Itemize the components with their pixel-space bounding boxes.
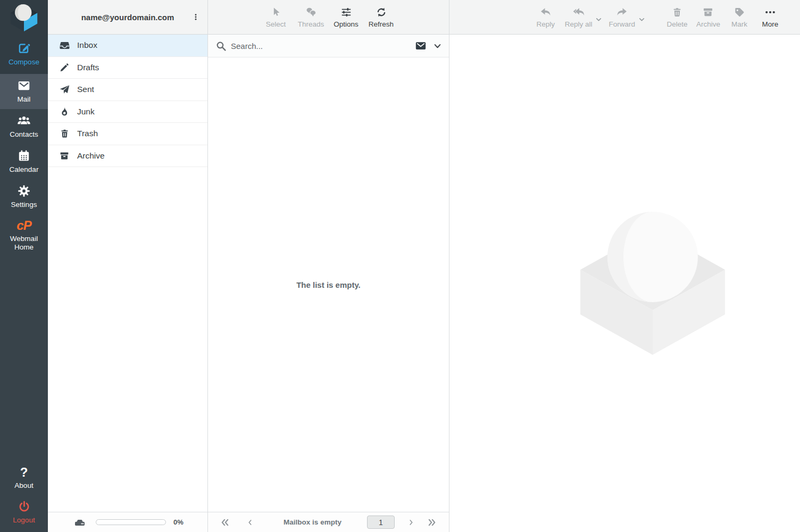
folder-pane: name@yourdomain.com Inbox [48, 0, 208, 532]
sidebar-item-label: About [14, 481, 33, 490]
reply-all-icon [572, 5, 586, 19]
page-number-button[interactable]: 1 [367, 516, 395, 529]
calendar-icon [17, 149, 31, 163]
folder-item-junk[interactable]: Junk [48, 101, 207, 123]
paper-plane-icon [59, 84, 70, 95]
question-icon: ? [20, 466, 28, 479]
reply-all-button[interactable]: Reply all [563, 4, 595, 29]
sidebar-item-label: Calendar [10, 165, 39, 174]
reply-all-chevron-down-icon[interactable] [595, 16, 602, 23]
gear-icon [17, 184, 31, 198]
message-content-pane: Reply Reply all [449, 0, 800, 532]
sidebar-item-label: Contacts [10, 130, 38, 139]
toolbar-button-label: Reply [536, 20, 555, 28]
refresh-icon [376, 5, 387, 19]
pager-right: 1 [367, 516, 441, 529]
message-content-body [449, 35, 800, 532]
toolbar-button-label: Mark [731, 20, 747, 28]
folder-options-kebab-icon[interactable] [188, 8, 203, 26]
trash-icon [59, 128, 70, 139]
chat-bubbles-icon [305, 5, 318, 19]
toolbar-button-label: Delete [666, 20, 687, 28]
message-list-body: The list is empty. [208, 57, 449, 512]
folder-label: Junk [77, 107, 95, 117]
taskbar-top-section: Compose [0, 0, 48, 74]
select-button[interactable]: Select [261, 4, 291, 29]
folder-label: Archive [77, 151, 105, 161]
sidebar-item-label: Mail [18, 95, 31, 104]
sidebar-item-label: Logout [13, 516, 35, 525]
list-toolbar: Select Threads [208, 0, 449, 35]
forward-button[interactable]: Forward [606, 4, 637, 29]
folder-item-inbox[interactable]: Inbox [48, 35, 207, 57]
compose-icon [17, 41, 31, 55]
sidebar-item-webmail-home[interactable]: cP Webmail Home [0, 214, 48, 257]
threads-button[interactable]: Threads [296, 4, 327, 29]
toolbar-button-label: More [762, 20, 779, 28]
archive-box-icon [59, 150, 70, 162]
webmail-app: Compose Mail [0, 0, 800, 532]
folder-item-trash[interactable]: Trash [48, 123, 207, 145]
cursor-icon [271, 5, 281, 19]
watermark-logo-icon [580, 212, 725, 355]
options-button[interactable]: Options [331, 4, 362, 29]
list-footer: Mailbox is empty 1 [208, 512, 449, 532]
pencil-icon [59, 62, 70, 73]
empty-list-message: The list is empty. [296, 280, 361, 289]
delete-button[interactable]: Delete [663, 4, 691, 29]
forward-icon [615, 5, 628, 19]
previous-page-button[interactable] [242, 516, 258, 529]
next-page-button[interactable] [403, 516, 419, 529]
account-email: name@yourdomain.com [81, 13, 174, 22]
message-toolbar: Reply Reply all [449, 0, 800, 35]
folder-label: Drafts [77, 63, 99, 72]
tag-icon [734, 5, 745, 19]
toolbar-button-label: Refresh [369, 20, 394, 28]
search-options-chevron-down-icon[interactable] [432, 41, 443, 51]
message-list-pane: Select Threads [208, 0, 449, 532]
toolbar-button-label: Reply all [565, 20, 593, 28]
forward-chevron-down-icon[interactable] [638, 16, 645, 23]
refresh-button[interactable]: Refresh [366, 4, 397, 29]
mail-icon [17, 79, 31, 93]
last-page-button[interactable] [422, 516, 441, 529]
sidebar-item-contacts[interactable]: Contacts [0, 109, 48, 144]
storage-drive-icon [73, 516, 86, 529]
webmail-logo[interactable] [0, 0, 48, 37]
toolbar-button-label: Select [266, 20, 286, 28]
sidebar-item-about[interactable]: ? About [0, 461, 48, 495]
search-scope-envelope-icon[interactable] [414, 40, 427, 52]
toolbar-button-label: Forward [609, 20, 635, 28]
folder-label: Trash [77, 129, 98, 138]
folder-item-sent[interactable]: Sent [48, 79, 207, 101]
flame-icon [59, 106, 70, 118]
first-page-button[interactable] [215, 516, 235, 529]
sidebar-item-mail[interactable]: Mail [0, 74, 48, 109]
sliders-icon [340, 5, 353, 19]
toolbar-button-label: Options [334, 20, 359, 28]
toolbar-button-label: Archive [696, 20, 720, 28]
quota-progress-bar [96, 519, 166, 525]
sidebar-item-settings[interactable]: Settings [0, 179, 48, 214]
sidebar-item-compose[interactable]: Compose [0, 37, 48, 72]
taskbar: Compose Mail [0, 0, 48, 532]
folder-item-archive[interactable]: Archive [48, 145, 207, 168]
quota-percent: 0% [173, 518, 184, 526]
folder-list: Inbox Drafts Sent [48, 35, 207, 512]
reply-button[interactable]: Reply [532, 4, 560, 29]
archive-button[interactable]: Archive [694, 4, 722, 29]
quota-footer: 0% [48, 512, 207, 532]
search-input[interactable] [231, 41, 414, 51]
more-button[interactable]: More [756, 4, 784, 29]
webmail-logo-icon [8, 3, 40, 35]
search-bar [208, 35, 449, 57]
pager-left [215, 516, 258, 529]
cpanel-logo-icon: cP [16, 219, 31, 232]
sidebar-item-label: Webmail Home [5, 235, 43, 252]
sidebar-item-calendar[interactable]: Calendar [0, 144, 48, 179]
sidebar-item-logout[interactable]: Logout [0, 495, 48, 532]
mark-button[interactable]: Mark [726, 4, 753, 29]
folder-label: Inbox [77, 40, 97, 50]
folder-item-drafts[interactable]: Drafts [48, 57, 207, 79]
power-icon [18, 500, 31, 513]
